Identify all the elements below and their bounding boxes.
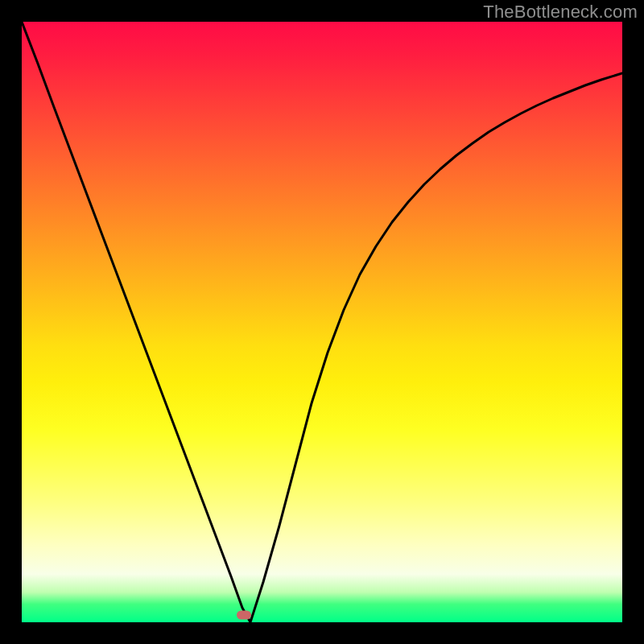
optimum-marker <box>237 611 251 620</box>
chart-frame: TheBottleneck.com <box>0 0 644 644</box>
bottleneck-curve <box>22 22 622 622</box>
plot-area <box>22 22 622 622</box>
curve-svg <box>22 22 622 622</box>
watermark: TheBottleneck.com <box>483 2 638 23</box>
